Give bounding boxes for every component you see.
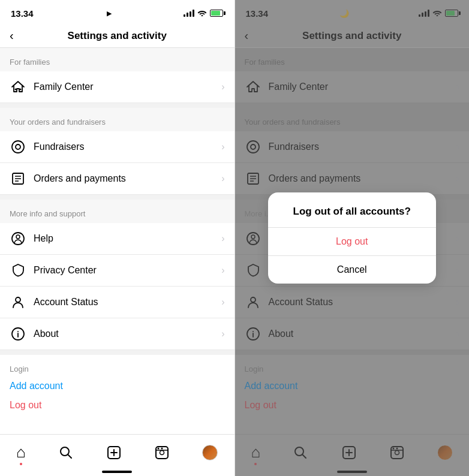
svg-point-3 xyxy=(16,144,20,149)
bar3 xyxy=(190,11,191,17)
content-left: For families Family Center › Your orders… xyxy=(0,48,235,434)
modal-overlay: Log out of all accounts? Log out Cancel xyxy=(235,0,470,476)
logout-button-left[interactable]: Log out xyxy=(10,400,225,411)
svg-point-1 xyxy=(20,89,22,91)
wifi-icon-left xyxy=(197,9,207,18)
create-icon-left xyxy=(106,445,122,460)
divider-3-left xyxy=(0,350,235,355)
avatar-left xyxy=(202,445,218,460)
section-label-families-left: For families xyxy=(0,48,235,71)
home-dot-left xyxy=(20,463,22,465)
section-label-support-left: More info and support xyxy=(0,200,235,223)
modal-box: Log out of all accounts? Log out Cancel xyxy=(268,192,436,284)
back-button-left[interactable]: ‹ xyxy=(10,29,28,43)
svg-point-10 xyxy=(16,297,20,302)
left-panel: 13.34 ▶ ‹ Settings and activit xyxy=(0,0,235,476)
status-bar-left: 13.34 ▶ xyxy=(0,0,235,24)
nav-bar-left: ‹ Settings and activity xyxy=(0,24,235,48)
login-label-left: Login xyxy=(10,364,225,373)
svg-point-9 xyxy=(16,235,20,239)
svg-point-13 xyxy=(17,331,19,332)
chevron-family-center-left: › xyxy=(221,82,224,92)
help-icon-left xyxy=(10,230,26,247)
chevron-privacy-left: › xyxy=(221,265,224,276)
family-center-text-left: Family Center xyxy=(34,82,221,92)
privacy-icon-left xyxy=(10,262,26,279)
house-people-icon-left xyxy=(10,79,26,95)
menu-item-about-left[interactable]: About › xyxy=(0,318,235,350)
add-account-button-left[interactable]: Add account xyxy=(10,381,225,391)
svg-point-0 xyxy=(15,89,17,91)
status-time-left: 13.34 xyxy=(11,8,34,19)
menu-item-privacy-left[interactable]: Privacy Center › xyxy=(0,255,235,287)
svg-point-22 xyxy=(158,447,160,449)
modal-title: Log out of all accounts? xyxy=(268,192,436,222)
battery-fill-left xyxy=(211,11,220,16)
svg-point-23 xyxy=(161,447,163,449)
divider-2-left xyxy=(0,195,235,200)
login-section-left: Login Add account Log out xyxy=(0,355,235,420)
home-icon-left: ⌂ xyxy=(16,443,26,462)
bar4 xyxy=(193,10,194,17)
modal-logout-button[interactable]: Log out xyxy=(268,228,436,255)
modal-cancel-button[interactable]: Cancel xyxy=(268,255,436,284)
chevron-fundraisers-left: › xyxy=(221,141,224,152)
bottom-nav-left: ⌂ xyxy=(0,434,235,476)
menu-item-help-left[interactable]: Help › xyxy=(0,223,235,255)
fundraisers-icon-left xyxy=(10,138,26,155)
status-icons-left xyxy=(184,9,223,18)
battery-icon-left xyxy=(210,10,223,17)
bottom-nav-profile-left[interactable] xyxy=(202,445,218,460)
location-icon: ▶ xyxy=(107,10,112,17)
orders-text-left: Orders and payments xyxy=(34,173,221,184)
bar2 xyxy=(187,13,188,17)
about-icon-left xyxy=(10,326,26,342)
menu-item-orders-left[interactable]: Orders and payments › xyxy=(0,163,235,195)
bottom-nav-reels-left[interactable] xyxy=(154,445,170,460)
divider-1-left xyxy=(0,103,235,108)
signal-bars-left xyxy=(184,10,194,17)
page-title-left: Settings and activity xyxy=(28,30,207,42)
section-label-orders-left: Your orders and fundraisers xyxy=(0,108,235,131)
bar1 xyxy=(184,14,185,17)
bottom-nav-create-left[interactable] xyxy=(106,445,122,460)
menu-item-fundraisers-left[interactable]: Fundraisers › xyxy=(0,131,235,163)
reels-icon-left xyxy=(154,445,170,460)
account-status-icon-left xyxy=(10,294,26,311)
right-panel: 13.34 🌙 ‹ Settings and activi xyxy=(235,0,470,476)
chevron-orders-left: › xyxy=(221,173,224,184)
about-text-left: About xyxy=(34,329,221,339)
svg-point-20 xyxy=(160,450,164,454)
chevron-account-status-left: › xyxy=(221,297,224,308)
orders-icon-left xyxy=(10,170,26,187)
chevron-about-left: › xyxy=(221,329,224,339)
menu-item-account-status-left[interactable]: Account Status › xyxy=(0,287,235,318)
svg-line-15 xyxy=(68,454,71,458)
bottom-nav-home-left[interactable]: ⌂ xyxy=(16,443,26,462)
fundraisers-text-left: Fundraisers xyxy=(34,141,221,152)
svg-point-2 xyxy=(12,141,24,153)
bottom-nav-search-left[interactable] xyxy=(58,445,74,460)
search-icon-left xyxy=(58,445,74,460)
chevron-help-left: › xyxy=(221,233,224,244)
account-status-text-left: Account Status xyxy=(34,297,221,308)
home-indicator-left xyxy=(102,471,132,473)
help-text-left: Help xyxy=(34,233,221,244)
privacy-text-left: Privacy Center xyxy=(34,265,221,276)
menu-item-family-center-left[interactable]: Family Center › xyxy=(0,71,235,103)
